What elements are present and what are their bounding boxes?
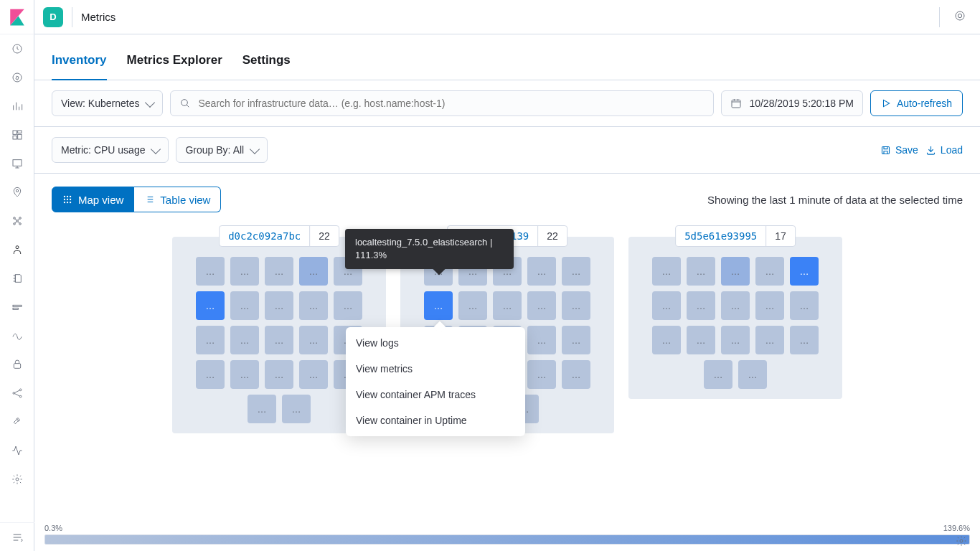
nav-collapse-icon[interactable] (0, 522, 34, 551)
inventory-tile[interactable]: … (299, 291, 328, 320)
inventory-tile[interactable]: … (652, 291, 681, 320)
inventory-tile[interactable]: … (299, 257, 328, 286)
help-icon[interactable] (948, 10, 971, 24)
inventory-tile[interactable]: … (687, 326, 715, 354)
inventory-tile[interactable]: … (248, 395, 276, 423)
inventory-tile[interactable]: … (687, 291, 715, 320)
inventory-tile[interactable]: … (299, 360, 328, 389)
view-select[interactable]: View: Kubernetes (52, 90, 163, 116)
inventory-tile[interactable]: … (230, 257, 259, 286)
inventory-tile[interactable]: … (282, 395, 311, 423)
gear-icon[interactable] (956, 535, 967, 547)
inventory-tile[interactable]: … (687, 257, 715, 286)
group-by-select[interactable]: Group By: All (176, 137, 268, 163)
inventory-tile[interactable]: … (527, 291, 556, 320)
nav-visualize-icon[interactable] (0, 92, 34, 121)
map-view-button[interactable]: Map view (52, 187, 134, 212)
nav-siem-icon[interactable] (0, 350, 34, 379)
inventory-tile[interactable]: … (527, 257, 556, 286)
table-view-button[interactable]: Table view (134, 187, 221, 212)
svg-rect-7 (13, 136, 17, 139)
inventory-tile[interactable]: … (652, 326, 681, 354)
kibana-logo[interactable] (0, 0, 34, 34)
tooltip-text: localtesting_7.5.0_elasticsearch | 111.3… (355, 237, 492, 260)
inventory-tile[interactable]: … (230, 291, 259, 320)
menu-view-apm-traces[interactable]: View container APM traces (346, 382, 525, 408)
inventory-tile[interactable]: … (738, 360, 767, 389)
svg-point-10 (13, 217, 15, 220)
nav-devtools-icon[interactable] (0, 408, 34, 436)
nav-apm-icon[interactable] (0, 293, 34, 321)
inventory-tile[interactable]: … (562, 257, 590, 286)
search-input[interactable] (198, 98, 705, 109)
nav-logs-icon[interactable] (0, 264, 34, 293)
svg-point-9 (16, 189, 18, 192)
inventory-tile[interactable]: … (196, 291, 225, 320)
inventory-tile[interactable]: … (265, 291, 293, 320)
inventory-tile[interactable]: … (755, 291, 784, 320)
menu-view-logs[interactable]: View logs (346, 330, 525, 356)
inventory-tile[interactable]: … (790, 291, 819, 320)
inventory-tile[interactable]: … (562, 360, 590, 389)
inventory-tile[interactable]: … (562, 291, 590, 320)
nav-recently-viewed-icon[interactable] (0, 34, 34, 63)
inventory-tile[interactable]: … (265, 326, 293, 354)
nav-infrastructure-icon[interactable] (0, 235, 34, 264)
inventory-tile[interactable]: … (527, 326, 556, 354)
datetime-picker[interactable]: 10/28/2019 5:20:18 PM (721, 90, 863, 116)
inventory-tile[interactable]: … (755, 326, 784, 354)
inventory-tile[interactable]: … (230, 326, 259, 354)
inventory-tile[interactable]: … (196, 360, 225, 389)
svg-rect-4 (13, 131, 17, 134)
search-box[interactable] (170, 90, 714, 116)
inventory-tile[interactable]: … (196, 326, 225, 354)
inventory-tile[interactable]: … (527, 360, 556, 389)
list-icon (144, 194, 154, 204)
controls-secondary: Metric: CPU usage Group By: All Save Loa… (34, 127, 980, 174)
chevron-down-icon (145, 97, 155, 107)
inventory-tile[interactable]: … (721, 257, 750, 286)
inventory-tile[interactable]: … (265, 360, 293, 389)
inventory-tile[interactable]: … (790, 326, 819, 354)
space-selector[interactable]: D (43, 7, 63, 27)
svg-rect-28 (882, 146, 889, 154)
inventory-tile[interactable]: … (458, 291, 487, 320)
nav-maps-icon[interactable] (0, 178, 34, 207)
svg-rect-5 (17, 131, 21, 133)
inventory-tile[interactable]: … (562, 326, 590, 354)
inventory-tile[interactable]: … (196, 257, 225, 286)
nav-monitoring-icon[interactable] (0, 436, 34, 465)
nav-graph-icon[interactable] (0, 379, 34, 408)
tab-inventory[interactable]: Inventory (52, 53, 107, 80)
inventory-tile[interactable]: … (424, 291, 453, 320)
legend-bar[interactable] (44, 534, 970, 545)
tab-metrics-explorer[interactable]: Metrics Explorer (127, 53, 222, 80)
inventory-tile[interactable]: … (790, 257, 819, 286)
inventory-tile[interactable]: … (334, 291, 362, 320)
inventory-tile[interactable]: … (265, 257, 293, 286)
inventory-tile[interactable]: … (652, 257, 681, 286)
metric-select[interactable]: Metric: CPU usage (52, 137, 169, 163)
tab-settings[interactable]: Settings (242, 53, 291, 80)
nav-dashboard-icon[interactable] (0, 121, 34, 149)
inventory-tile[interactable]: … (721, 326, 750, 354)
nav-management-icon[interactable] (0, 465, 34, 494)
load-button[interactable]: Load (925, 144, 963, 156)
nav-canvas-icon[interactable] (0, 149, 34, 178)
inventory-tile[interactable]: … (721, 291, 750, 320)
inventory-tile[interactable]: … (299, 326, 328, 354)
group-id: d0c2c092a7bc (220, 226, 310, 246)
menu-view-uptime[interactable]: View container in Uptime (346, 408, 525, 433)
nav-uptime-icon[interactable] (0, 321, 34, 350)
inventory-tile[interactable]: … (704, 360, 732, 389)
nav-discover-icon[interactable] (0, 63, 34, 92)
menu-view-metrics[interactable]: View metrics (346, 356, 525, 382)
inventory-tile[interactable]: … (755, 257, 784, 286)
group-header[interactable]: 5d5e61e93995 17 (675, 225, 796, 247)
save-button[interactable]: Save (880, 144, 918, 156)
group-header[interactable]: d0c2c092a7bc 22 (219, 225, 339, 247)
inventory-tile[interactable]: … (230, 360, 259, 389)
inventory-tile[interactable]: … (493, 291, 522, 320)
auto-refresh-button[interactable]: Auto-refresh (870, 90, 963, 116)
nav-ml-icon[interactable] (0, 207, 34, 235)
